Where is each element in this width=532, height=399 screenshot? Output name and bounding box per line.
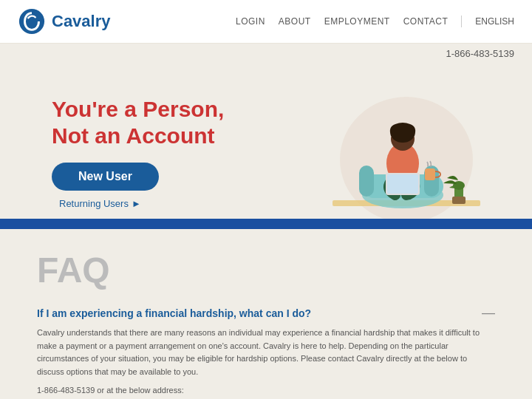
- hero-illustration: [288, 86, 495, 219]
- faq-contact-phone: 1-866-483-5139 or at the below address:: [37, 386, 495, 395]
- nav-about[interactable]: ABOUT: [279, 16, 311, 27]
- svg-rect-15: [452, 197, 466, 204]
- site-header: Cavalry LOGIN ABOUT EMPLOYMENT CONTACT E…: [0, 0, 532, 44]
- language-selector[interactable]: ENGLISH: [475, 16, 514, 27]
- returning-users-label: Returning Users: [59, 198, 129, 209]
- hero-title: You're a Person, Not an Account: [52, 96, 224, 149]
- logo-area: Cavalry: [18, 7, 111, 35]
- faq-question-text-1: If I am experiencing a financial hardshi…: [37, 307, 311, 319]
- new-user-button[interactable]: New User: [52, 163, 159, 191]
- svg-rect-12: [425, 168, 435, 180]
- svg-rect-11: [387, 174, 418, 194]
- nav-login[interactable]: LOGIN: [236, 16, 265, 27]
- arrow-icon: ►: [132, 198, 141, 209]
- faq-title: FAQ: [37, 250, 495, 290]
- hero-title-line1: You're a Person,: [52, 97, 224, 121]
- hero-text-area: You're a Person, Not an Account New User…: [52, 96, 224, 209]
- faq-section: FAQ If I am experiencing a financial har…: [0, 229, 532, 399]
- svg-rect-5: [359, 166, 374, 197]
- faq-item-1: If I am experiencing a financial hardshi…: [37, 305, 495, 399]
- returning-users-link[interactable]: Returning Users ►: [59, 198, 224, 209]
- hero-section: You're a Person, Not an Account New User…: [0, 64, 532, 219]
- nav-contact[interactable]: CONTACT: [403, 16, 449, 27]
- hero-title-line2: Not an Account: [52, 123, 215, 148]
- accent-bar: [0, 219, 532, 229]
- nav-divider: [461, 16, 462, 27]
- faq-answer-1: Cavalry understands that there are many …: [37, 327, 495, 378]
- logo-text: Cavalry: [52, 12, 111, 31]
- phone-number: 1-866-483-5139: [446, 48, 514, 59]
- faq-question-1[interactable]: If I am experiencing a financial hardshi…: [37, 305, 495, 321]
- phone-bar: 1-866-483-5139: [0, 44, 532, 64]
- main-nav: LOGIN ABOUT EMPLOYMENT CONTACT ENGLISH: [236, 16, 514, 27]
- nav-employment[interactable]: EMPLOYMENT: [324, 16, 390, 27]
- faq-collapse-icon[interactable]: —: [482, 305, 495, 321]
- cavalry-logo-icon: [18, 7, 46, 35]
